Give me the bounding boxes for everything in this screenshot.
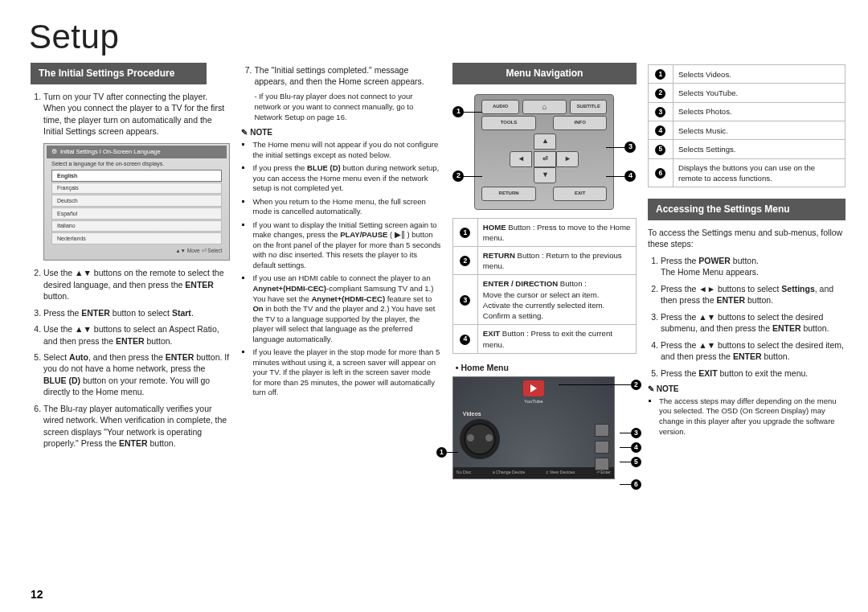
callout-2: 2 — [452, 170, 464, 182]
access-step: Press the EXIT button to exit the menu. — [661, 368, 845, 379]
page-number: 12 — [31, 588, 43, 601]
desc-cell: Selects YouTube. — [673, 84, 845, 102]
remote-info-button: INFO — [553, 116, 607, 130]
osd-footer: ▲▼ Move ⏎ Select — [47, 248, 227, 255]
desc-cell: EXIT Button : Press to exit the current … — [477, 325, 636, 353]
remote-subtitle-button: SUBTITLE — [570, 100, 607, 114]
desc-cell: Selects Music. — [673, 121, 845, 140]
access-step: Press the ◄► buttons to select Settings,… — [661, 283, 845, 306]
remote-return-button: RETURN — [481, 187, 535, 201]
dpad-right-icon: ► — [556, 151, 579, 167]
remote-exit-button: EXIT — [553, 187, 607, 201]
side-icon-photos — [595, 424, 609, 437]
access-step: Press the ▲▼ buttons to select the desir… — [661, 339, 845, 363]
hm-callout-5: 5 — [631, 457, 641, 467]
desc-cell: Displays the buttons you can use on the … — [673, 158, 845, 187]
hm-callout-1: 1 — [436, 447, 447, 458]
youtube-icon — [523, 380, 544, 396]
note-item: If you use an HDMI cable to connect the … — [252, 273, 440, 344]
bottom-bar-item: c View Devices — [547, 470, 575, 475]
callout-cell: 2 — [648, 84, 673, 102]
access-step: Press the ▲▼ buttons to select the desir… — [661, 311, 845, 335]
bottom-bar-item: a Change Device — [493, 470, 526, 475]
youtube-label: YouTube — [453, 398, 614, 405]
home-menu-label: Home Menu — [456, 362, 637, 373]
callout-3: 3 — [624, 142, 636, 153]
desc-cell: Selects Videos. — [673, 65, 845, 84]
osd-lang-row: Français — [51, 183, 222, 195]
step: Use the ▲▼ buttons to select an Aspect R… — [43, 323, 230, 347]
menu-navigation-header: Menu Navigation — [452, 63, 637, 84]
callout-cell: 4 — [648, 121, 673, 140]
step: Press the ENTER button to select Start. — [43, 307, 230, 318]
osd-lang-row: English — [51, 170, 222, 182]
hm-callout-4: 4 — [631, 442, 641, 453]
initial-settings-header: The Initial Settings Procedure — [31, 63, 207, 84]
dpad-enter-button: ⏎ — [534, 151, 556, 167]
callout-cell: 3 — [452, 275, 477, 325]
note-item: If you want to display the Initial Setti… — [252, 220, 440, 271]
page-title: Setup — [29, 18, 845, 56]
note-label-2: NOTE — [648, 384, 845, 395]
bottom-bar-item: ⏎ Enter — [596, 470, 611, 475]
videos-label: Videos — [463, 410, 614, 418]
osd-title: Initial Settings I On-Screen Language — [47, 146, 227, 158]
osd-lang-row: Italiano — [51, 220, 222, 232]
remote-diagram: AUDIO ⌂ SUBTITLE TOOLS INFO ▲ ▼ ◄ ► — [474, 94, 614, 210]
callout-cell: 6 — [648, 158, 673, 187]
home-menu-bottom-bar: No Disc a Change Device c View Devices ⏎… — [453, 467, 614, 478]
accessing-settings-header: Accessing the Settings Menu — [648, 199, 845, 220]
callout-cell: 3 — [648, 102, 673, 121]
side-icon-music — [595, 441, 609, 454]
osd-lang-row: Deutsch — [51, 195, 222, 207]
accessing-settings-intro: To access the Settings menu and sub-menu… — [648, 227, 845, 250]
callout-1: 1 — [452, 106, 464, 117]
home-menu-diagram-wrap: YouTube Videos No Disc a Change Device c… — [444, 376, 637, 479]
osd-subtitle: Select a language for the on-screen disp… — [47, 158, 227, 170]
desc-cell: ENTER / DIRECTION Button :Move the curso… — [477, 275, 636, 325]
osd-lang-row: Nederlands — [51, 232, 222, 244]
callout-4: 4 — [624, 170, 636, 182]
remote-audio-button: AUDIO — [481, 100, 518, 114]
film-reel-icon — [460, 419, 500, 459]
note-item: If you press the BLUE (D) button during … — [252, 163, 440, 194]
step-7: The "Initial settings completed." messag… — [254, 64, 440, 122]
hm-callout-2: 2 — [631, 380, 641, 390]
osd-language-box: Initial Settings I On-Screen LanguageSel… — [43, 143, 230, 261]
home-menu-diagram: YouTube Videos No Disc a Change Device c… — [452, 376, 615, 479]
callout-cell: 4 — [452, 325, 477, 353]
step: Select Auto, and then press the ENTER bu… — [43, 351, 230, 398]
dpad-down-icon: ▼ — [534, 167, 556, 183]
side-icon-settings — [595, 458, 609, 470]
note-item: The Home menu will not appear if you do … — [252, 140, 440, 160]
step-7-sub: - If you Blu-ray player does not connect… — [254, 91, 440, 122]
step: Use the ▲▼ buttons on the remote to sele… — [43, 267, 230, 302]
home-menu-item-table: 1Selects Videos.2Selects YouTube.3Select… — [648, 64, 845, 187]
callout-cell: 5 — [648, 140, 673, 158]
desc-cell: Selects Photos. — [673, 102, 845, 121]
hm-callout-3: 3 — [631, 428, 641, 438]
remote-description-table: 1HOME Button : Press to move to the Home… — [452, 218, 637, 354]
bottom-bar-item: No Disc — [457, 470, 472, 475]
note-item: If you leave the player in the stop mode… — [252, 347, 440, 398]
access-note: The access steps may differ depending on… — [659, 396, 845, 437]
remote-dpad: ▲ ▼ ◄ ► ⏎ — [510, 133, 579, 183]
callout-cell: 1 — [452, 218, 477, 246]
hm-callout-6: 6 — [631, 479, 641, 490]
remote-tools-button: TOOLS — [481, 116, 535, 130]
step: The Blu-ray player automatically verifie… — [43, 403, 230, 450]
callout-cell: 2 — [452, 247, 477, 275]
step-7-text: The "Initial settings completed." messag… — [254, 65, 424, 86]
dpad-up-icon: ▲ — [534, 133, 556, 150]
callout-cell: 1 — [648, 65, 673, 84]
access-step: Press the POWER button.The Home Menu app… — [661, 255, 845, 278]
osd-lang-row: Español — [51, 207, 222, 220]
desc-cell: HOME Button : Press to move to the Home … — [477, 218, 636, 246]
desc-cell: RETURN Button : Return to the previous m… — [477, 247, 636, 275]
dpad-left-icon: ◄ — [510, 151, 532, 167]
step: Turn on your TV after connecting the pla… — [43, 91, 230, 138]
note-item: When you return to the Home menu, the fu… — [252, 197, 440, 217]
remote-home-button: ⌂ — [522, 100, 567, 114]
note-label: NOTE — [241, 127, 440, 138]
desc-cell: Selects Settings. — [673, 140, 845, 158]
